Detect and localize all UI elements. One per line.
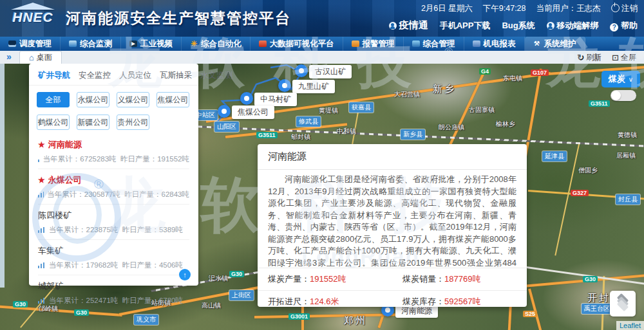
filter-yongmei[interactable]: 永煤公司 [77, 92, 109, 107]
map-stage[interactable]: 新乡 郑州 开封 中站区 山阳区 修武县 获嘉县 新乡县 延津县 封丘县 巩义市… [0, 64, 644, 330]
menu-item-dispatch[interactable]: 调度管理 [0, 37, 61, 51]
epidemic-link[interactable]: 疫情通 [389, 19, 428, 32]
map-pin-label[interactable]: 九里山矿 [292, 80, 335, 93]
collapsed-side-rail[interactable] [0, 64, 5, 288]
bar-chart-icon [38, 262, 45, 268]
power-icon [611, 4, 620, 12]
menu-item-management[interactable]: 综合管理 [404, 37, 464, 51]
panel-tab-safety[interactable]: 安全监控 [79, 70, 111, 81]
filter-all[interactable]: 全部 [37, 92, 70, 107]
logo-text: HNEC [5, 10, 61, 25]
star-icon [38, 140, 45, 149]
monitor-icon [69, 41, 77, 47]
road-badge: G3511 [256, 132, 278, 138]
stat-coal-sales: 煤炭销量：187769吨 [392, 268, 527, 290]
logout-link[interactable]: 注销 [611, 3, 638, 14]
road-badge: S25 [523, 311, 537, 317]
leaflet-attribution[interactable]: Leaflet [616, 321, 644, 330]
city-label: 开封 [587, 292, 611, 304]
district-badge: 修武县 [296, 116, 321, 127]
road-badge: G107 [531, 69, 549, 76]
menu-item-video[interactable]: 工业视频 [121, 37, 182, 51]
gear-icon [190, 41, 198, 47]
collapse-chevron-icon[interactable]: » [6, 51, 12, 62]
hnec-logo: HNEC [5, 3, 61, 33]
refresh-button[interactable]: 刷新 [577, 52, 601, 63]
town-label: 古固寨镇 [469, 105, 495, 115]
panel-tab-gas[interactable]: 瓦斯抽采 [160, 70, 192, 81]
menu-item-alarm[interactable]: 报警管理 [343, 37, 404, 51]
map-pin-label[interactable]: 古汉山矿 [309, 65, 352, 78]
wrench-icon [533, 41, 541, 47]
district-badge: 延津县 [542, 151, 567, 161]
panel-tab-mine-nav[interactable]: 矿井导航 [38, 70, 70, 81]
coal-layer-button[interactable]: 煤炭 [601, 71, 640, 87]
menu-item-maintenance[interactable]: 系统维护 [525, 37, 585, 51]
filter-guizhou[interactable]: 贵州公司 [117, 115, 149, 130]
bug-system-link[interactable]: Bug系统 [502, 20, 535, 32]
town-label: 中和镇 [337, 127, 356, 136]
panel-tab-hydrology[interactable]: 水文监测 [200, 70, 232, 81]
city-label: 郑州 [344, 315, 367, 327]
toggle-knob [611, 91, 621, 100]
stat-tunneling: 开拓进尺：124.6米 [258, 291, 392, 307]
company-filters: 全部 永煤公司 义煤公司 焦煤公司 鹤煤公司 新疆公司 贵州公司 [29, 86, 198, 133]
mine-list-item[interactable]: 车集矿 当年累计：179682吨昨日产量：4506吨 [38, 240, 189, 275]
layer-toggle-switch[interactable] [611, 90, 636, 101]
bar-chart-icon [38, 227, 45, 233]
town-label: 僧固乡 [578, 166, 598, 175]
town-label: 郇封镇 [291, 133, 310, 142]
stat-coal-stock: 煤炭库存：592567吨 [392, 291, 527, 307]
menu-item-reports[interactable]: 机电报表 [464, 37, 525, 51]
mine-list-item[interactable]: 陈四楼矿 当年累计：223875吨昨日产量：5389吨 [38, 205, 189, 240]
management-monitor-icon [412, 41, 420, 47]
dispatch-icon [8, 41, 16, 47]
district-badge: 新乡县 [401, 129, 425, 140]
mine-list-item[interactable]: 永煤公司 当年累计：2305877吨昨日产量：62843吨 [38, 169, 189, 205]
town-label: 汜水镇 [209, 274, 228, 283]
time-label: 下午9:47:28 [483, 3, 526, 14]
filter-xinjiang[interactable]: 新疆公司 [77, 115, 109, 130]
menu-item-automation[interactable]: 综合自动化 [182, 37, 251, 51]
map-pin-zhongmacun[interactable] [240, 92, 253, 105]
town-label: 黄堤镇 [319, 106, 338, 115]
tab-desktop[interactable]: 桌面 [19, 51, 62, 64]
pin-dot-icon [222, 109, 227, 114]
district-badge: 获嘉县 [349, 102, 374, 113]
mobile-unbind-link[interactable]: 移动端解绑 [547, 20, 599, 32]
map-pin-label[interactable]: 焦煤公司 [232, 105, 274, 119]
bar-chart-icon [38, 298, 45, 304]
pin-dot-icon [385, 307, 390, 313]
menu-item-monitoring[interactable]: 综合监测 [61, 37, 121, 51]
filter-yimei[interactable]: 义煤公司 [117, 92, 149, 107]
filter-jiaomei[interactable]: 焦煤公司 [156, 92, 189, 107]
bar-chart-icon [38, 156, 39, 162]
help-link[interactable]: 帮助 [610, 20, 638, 32]
map-pin-jiaomei[interactable] [218, 105, 231, 118]
mine-list-item[interactable]: 城郊矿 当年累计：252471吨昨日产量：6780吨 [38, 275, 189, 310]
app-header: HNEC 河南能源安全生产智慧管控平台 2月6日 星期六 下午9:47:28 当… [0, 0, 644, 37]
road-badge: G30 [229, 271, 244, 277]
map-pin-guhanshan[interactable] [295, 64, 308, 77]
mine-list-item[interactable]: 河南能源 当年累计：6725283吨昨日产量：191552吨 [38, 134, 189, 169]
current-user-label: 当前用户：王志杰 [536, 3, 601, 14]
town-label: 居厢镇 [616, 151, 636, 160]
stat-coal-output: 煤炭产量：191552吨 [258, 268, 392, 290]
logo-roof-icon [11, 3, 55, 10]
epidemic-icon [389, 22, 397, 30]
map-pin-label[interactable]: 中马村矿 [254, 93, 297, 106]
scroll-up-button[interactable] [179, 269, 191, 280]
panel-tab-personnel[interactable]: 人员定位 [119, 70, 151, 81]
filter-hemei[interactable]: 鹤煤公司 [37, 115, 70, 130]
district-badge: 禹王台区 [582, 304, 612, 314]
main-menu-bar: 调度管理 综合监测 工业视频 综合自动化 大数据可视化平台 报警管理 综合管理 … [0, 37, 644, 51]
pin-dot-icon [282, 83, 287, 88]
fullscreen-button[interactable]: 全屏 [612, 52, 636, 63]
menu-item-bigdata[interactable]: 大数据可视化平台 [251, 37, 343, 51]
app-download-link[interactable]: 手机APP下载 [440, 20, 491, 32]
town-label: 高山镇 [202, 301, 221, 310]
town-label: 大召营镇 [394, 90, 420, 99]
map-layers-control[interactable] [610, 291, 636, 316]
map-pin-jiulishan[interactable] [278, 79, 291, 92]
popup-description: 河南能源化工集团是经河南省委、省政府批准，分别于2008年12月、2013年9月… [258, 170, 527, 268]
